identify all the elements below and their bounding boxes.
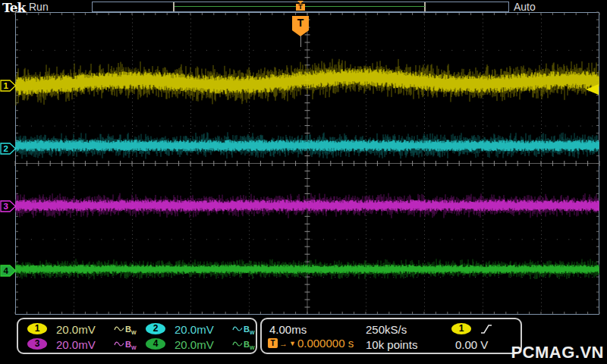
trigger-t-icon: T: [296, 4, 305, 11]
down-triangle-icon: ▼: [289, 340, 296, 347]
channel-3-coupling-bw-icon: BW: [114, 340, 137, 350]
acquisition-status: Run: [29, 1, 49, 13]
channel-1-badge: 1: [27, 323, 47, 334]
trigger-position-marker: T: [295, 1, 306, 11]
pcmag-watermark: PCMAG.VN: [511, 343, 604, 362]
sample-rate-readout: 250kS/s: [366, 324, 407, 335]
channel-4-coupling-bw-icon: BW: [232, 340, 255, 350]
channel-4-marker-label: 4: [4, 266, 9, 275]
channel-1-scale: 20.0mV: [56, 324, 96, 335]
channel-2-scale: 20.0mV: [175, 324, 214, 335]
tek-logo: Tek: [2, 0, 25, 15]
channel-3-scale: 20.0mV: [56, 339, 96, 350]
channel-3-badge: 3: [27, 338, 47, 350]
trigger-position-readout: T→▼0.000000 s: [268, 337, 354, 349]
trigger-status: Auto: [514, 1, 536, 13]
trigger-flag-stem: [300, 36, 301, 47]
channel-readout-box: 1 20.0mV BW 2 20.0mV BW 3 20.0mV BW 4 20…: [17, 318, 257, 354]
window-bracket-left: [173, 2, 175, 11]
channel-3-marker-label: 3: [4, 202, 8, 211]
trigger-source-badge: 1: [451, 323, 471, 334]
oscilloscope-screen: { "header": { "brand": "Tek", "acq_statu…: [0, 0, 607, 364]
window-bracket-right: [424, 2, 426, 11]
channel-2-badge: 2: [146, 323, 165, 334]
right-arrow-icon: →: [279, 339, 288, 348]
timebase-readout: 4.00ms: [269, 324, 307, 335]
channel-4-scale: 20.0mV: [175, 339, 214, 350]
channel-1-coupling-bw-icon: BW: [114, 325, 137, 335]
channel-2-coupling-bw-icon: BW: [232, 325, 255, 335]
trigger-flag-t-icon: T: [292, 16, 309, 30]
trigger-level-readout: 0.00 V: [455, 339, 488, 350]
channel-1-marker-label: 1: [4, 81, 9, 90]
channel-2-marker-label: 2: [4, 144, 8, 153]
horizontal-trigger-readout-box: 4.00ms 250kS/s 1 T→▼0.000000 s 10k point…: [260, 318, 522, 354]
rising-edge-slope-icon: [480, 324, 492, 334]
graticule-and-traces: 1234: [0, 0, 607, 364]
record-length-readout: 10k points: [366, 339, 417, 350]
trigger-t-icon: T: [268, 338, 278, 348]
channel-4-badge: 4: [146, 338, 165, 350]
